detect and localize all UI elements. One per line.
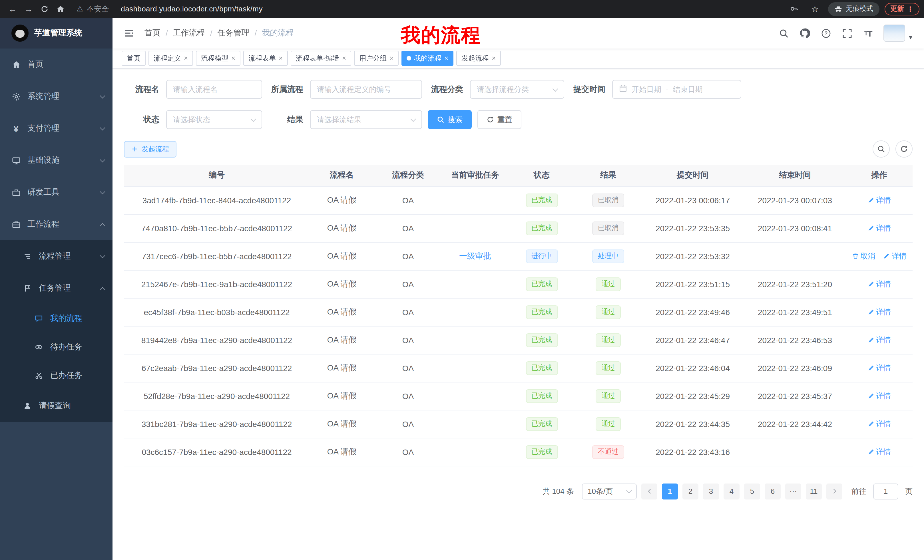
back-icon[interactable]: ← <box>4 1 21 16</box>
page-button-2[interactable]: 2 <box>682 483 698 499</box>
page-size-select[interactable]: 10条/页 <box>582 483 637 499</box>
close-icon[interactable]: × <box>342 55 346 61</box>
chevron-down-icon <box>100 125 105 130</box>
result-select[interactable]: 请选择流结果 <box>310 110 422 129</box>
sidebar-item-infra[interactable]: 基础设施 <box>0 144 112 177</box>
incognito-label: 无痕模式 <box>846 4 873 14</box>
current-task-link[interactable]: 一级审批 <box>459 251 491 261</box>
breadcrumb-workflow[interactable]: 工作流程 <box>173 28 205 38</box>
cancel-button[interactable]: 取消 <box>852 251 875 261</box>
sidebar-item-workflow[interactable]: 工作流程 <box>0 208 112 240</box>
github-icon[interactable] <box>799 27 810 39</box>
sidebar-item-payment[interactable]: ¥ 支付管理 <box>0 112 112 144</box>
sidebar-item-leave-query[interactable]: 请假查询 <box>0 390 112 422</box>
process-name-input[interactable] <box>166 80 262 99</box>
sidebar-item-my-process[interactable]: 我的流程 <box>0 304 112 333</box>
detail-button[interactable]: 详情 <box>867 391 891 401</box>
home-icon[interactable] <box>52 1 69 16</box>
detail-button[interactable]: 详情 <box>867 335 891 345</box>
key-icon[interactable] <box>786 1 802 16</box>
tab-process-definition[interactable]: 流程定义× <box>148 51 193 66</box>
create-process-button[interactable]: 发起流程 <box>124 141 177 157</box>
reload-icon[interactable] <box>36 1 52 16</box>
status-tag: 已完成 <box>526 361 558 375</box>
detail-button[interactable]: 详情 <box>867 363 891 373</box>
page-button-6[interactable]: 6 <box>765 483 781 499</box>
yen-icon: ¥ <box>11 124 21 133</box>
process-table: 编号 流程名 流程分类 当前审批任务 状态 结果 提交时间 结束时间 操作 <box>124 165 913 466</box>
divider <box>114 5 115 13</box>
update-button[interactable]: 更新 ⋮ <box>885 3 920 15</box>
page-button-4[interactable]: 4 <box>723 483 740 499</box>
detail-button[interactable]: 详情 <box>883 251 907 261</box>
sidebar-item-task-mgmt[interactable]: 任务管理 <box>0 272 112 304</box>
sidebar-item-system[interactable]: 系统管理 <box>0 81 112 112</box>
app-logo[interactable]: 芋道管理系统 <box>0 18 112 48</box>
total-count: 共 104 条 <box>543 486 574 496</box>
forward-icon[interactable]: → <box>21 1 36 16</box>
breadcrumb-home[interactable]: 首页 <box>144 28 160 38</box>
submit-time-range-picker[interactable]: 开始日期 - 结束日期 <box>612 80 741 99</box>
tab-start-process[interactable]: 发起流程× <box>456 51 501 66</box>
tab-process-form-edit[interactable]: 流程表单-编辑× <box>291 51 351 66</box>
detail-button[interactable]: 详情 <box>867 447 891 457</box>
list-tree-icon <box>23 252 32 261</box>
more-pages-button[interactable]: ··· <box>785 483 801 499</box>
result-tag: 已取消 <box>592 221 624 235</box>
detail-button[interactable]: 详情 <box>867 419 891 429</box>
warning-icon: ⚠ <box>76 4 83 13</box>
close-icon[interactable]: × <box>279 55 283 61</box>
result-tag: 处理中 <box>592 249 624 263</box>
page-header: 首页 / 工作流程 / 任务管理 / 我的流程 我的流程 ? TT <box>112 18 924 48</box>
svg-text:?: ? <box>824 30 828 36</box>
process-definition-input[interactable] <box>310 80 422 99</box>
address-bar[interactable]: dashboard.yudao.iocoder.cn/bpm/task/my <box>121 4 263 13</box>
tab-user-group[interactable]: 用户分组× <box>354 51 399 66</box>
font-size-icon[interactable]: TT <box>862 27 874 39</box>
breadcrumb-task-mgmt[interactable]: 任务管理 <box>218 28 249 38</box>
search-icon[interactable] <box>778 27 789 39</box>
sidebar-item-devtools[interactable]: 研发工具 <box>0 177 112 208</box>
security-label[interactable]: 不安全 <box>87 4 109 14</box>
reset-button[interactable]: 重置 <box>477 110 521 129</box>
sidebar-item-todo-tasks[interactable]: 待办任务 <box>0 333 112 361</box>
detail-button[interactable]: 详情 <box>867 223 891 233</box>
close-icon[interactable]: × <box>184 55 188 61</box>
close-icon[interactable]: × <box>444 55 448 61</box>
refresh-button[interactable] <box>896 141 913 157</box>
next-page-button[interactable] <box>826 483 842 499</box>
process-definition-label: 所属流程 <box>268 84 303 94</box>
tab-process-form[interactable]: 流程表单× <box>243 51 288 66</box>
status-select[interactable]: 请选择状态 <box>166 110 262 129</box>
menu-fold-icon[interactable] <box>123 27 135 39</box>
sidebar-item-done-tasks[interactable]: 已办任务 <box>0 361 112 390</box>
detail-button[interactable]: 详情 <box>867 195 891 205</box>
tab-home[interactable]: 首页 <box>122 51 146 66</box>
page-button-1[interactable]: 1 <box>662 483 678 499</box>
result-tag: 通过 <box>596 333 621 347</box>
status-tag: 已完成 <box>526 193 558 207</box>
close-icon[interactable]: × <box>390 55 393 61</box>
result-label: 结果 <box>268 114 303 125</box>
tab-process-model[interactable]: 流程模型× <box>196 51 240 66</box>
fullscreen-icon[interactable] <box>841 27 853 39</box>
search-button[interactable]: 搜索 <box>428 110 472 129</box>
page-button-5[interactable]: 5 <box>744 483 760 499</box>
user-menu[interactable]: ▼ <box>884 24 914 42</box>
prev-page-button[interactable] <box>641 483 657 499</box>
page-button-3[interactable]: 3 <box>703 483 719 499</box>
category-select[interactable]: 请选择流程分类 <box>470 80 564 99</box>
close-icon[interactable]: × <box>492 55 496 61</box>
close-icon[interactable]: × <box>231 55 235 61</box>
gear-icon <box>11 92 21 101</box>
bookmark-star-icon[interactable]: ☆ <box>807 1 823 16</box>
page-button-11[interactable]: 11 <box>806 483 822 499</box>
help-icon[interactable]: ? <box>820 27 831 39</box>
goto-page-input[interactable] <box>873 483 898 499</box>
sidebar-item-home[interactable]: 首页 <box>0 48 112 81</box>
tab-my-process[interactable]: 我的流程× <box>402 51 453 66</box>
sidebar-item-process-mgmt[interactable]: 流程管理 <box>0 240 112 272</box>
toggle-search-button[interactable] <box>873 141 890 157</box>
detail-button[interactable]: 详情 <box>867 307 891 317</box>
detail-button[interactable]: 详情 <box>867 279 891 289</box>
